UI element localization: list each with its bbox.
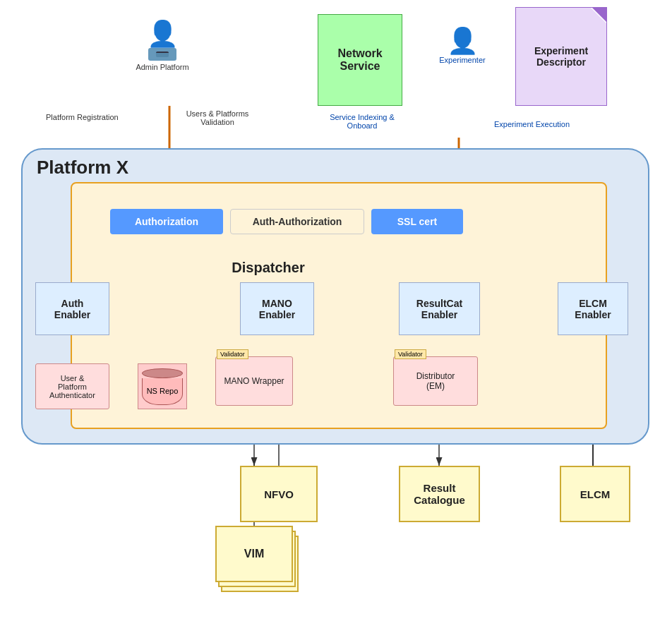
resultcat-enabler-label: ResultCat Enabler	[416, 298, 462, 320]
distributor-em-box: Distributor (EM)	[393, 356, 478, 406]
nfvo-label: NFVO	[264, 488, 294, 500]
experiment-descriptor-label: Experiment Descriptor	[534, 45, 588, 68]
nfvo-box: NFVO	[240, 466, 318, 522]
distributor-em-label: Distributor (EM)	[416, 371, 455, 391]
ns-repo-label: NS Repo	[147, 387, 179, 395]
experiment-execution-label: Experiment Execution	[494, 120, 570, 128]
user-platform-auth-box: User & Platform Authenticator	[35, 363, 109, 409]
elcm-ext-label: ELCM	[580, 488, 611, 500]
network-service-label: Network Service	[337, 47, 382, 73]
experimenter-icon: 👤	[434, 28, 491, 54]
mano-enabler-label: MANO Enabler	[259, 298, 295, 320]
vim-box-front: VIM	[215, 526, 293, 582]
distributor-em-container: Validator Distributor (EM)	[393, 356, 478, 406]
dispatcher-label: Dispatcher	[232, 260, 304, 276]
platform-registration-label: Platform Registration	[46, 113, 119, 121]
experimenter-label: Experimenter	[434, 56, 491, 64]
experimenter-figure: 👤 Experimenter	[434, 28, 491, 64]
ns-repo-box: NS Repo	[138, 363, 187, 409]
mano-wrapper-label: MANO Wrapper	[224, 376, 284, 386]
dist-validator-tag: Validator	[395, 349, 426, 359]
elcm-ext-box: ELCM	[560, 466, 630, 522]
platform-x-label: Platform X	[37, 157, 128, 179]
auth-authorization-pill: Auth-Authorization	[230, 209, 364, 234]
result-catalogue-label: Result Catalogue	[414, 482, 465, 506]
service-indexing-label: Service Indexing & Onboard	[320, 113, 404, 130]
users-platforms-validation-label: Users & Platforms Validation	[175, 109, 260, 126]
mano-enabler-box: MANO Enabler	[240, 282, 314, 335]
resultcat-enabler-box: ResultCat Enabler	[399, 282, 480, 335]
vim-label: VIM	[244, 548, 264, 560]
auth-enabler-label: Auth Enabler	[54, 298, 90, 320]
network-service-box: Network Service	[318, 14, 402, 106]
elcm-enabler-label: ELCM Enabler	[575, 298, 611, 320]
admin-person-icon: 👤	[134, 21, 191, 47]
ssl-cert-pill: SSL cert	[371, 209, 463, 234]
mano-wrapper-container: Validator MANO Wrapper	[215, 356, 293, 406]
user-platform-auth-label: User & Platform Authenticator	[49, 374, 95, 399]
admin-platform-label: Admin Platform	[134, 63, 191, 71]
auth-enabler-box: Auth Enabler	[35, 282, 109, 335]
mano-validator-tag: Validator	[217, 349, 248, 359]
diagram-container: 👤 Admin Platform Platform Registration U…	[0, 0, 672, 621]
admin-platform-figure: 👤 Admin Platform	[134, 21, 191, 71]
authorization-pill: Authorization	[110, 209, 223, 234]
mano-wrapper-box: MANO Wrapper	[215, 356, 293, 406]
experiment-descriptor-box: Experiment Descriptor	[515, 7, 607, 106]
elcm-enabler-box: ELCM Enabler	[558, 282, 628, 335]
result-catalogue-box: Result Catalogue	[399, 466, 480, 522]
